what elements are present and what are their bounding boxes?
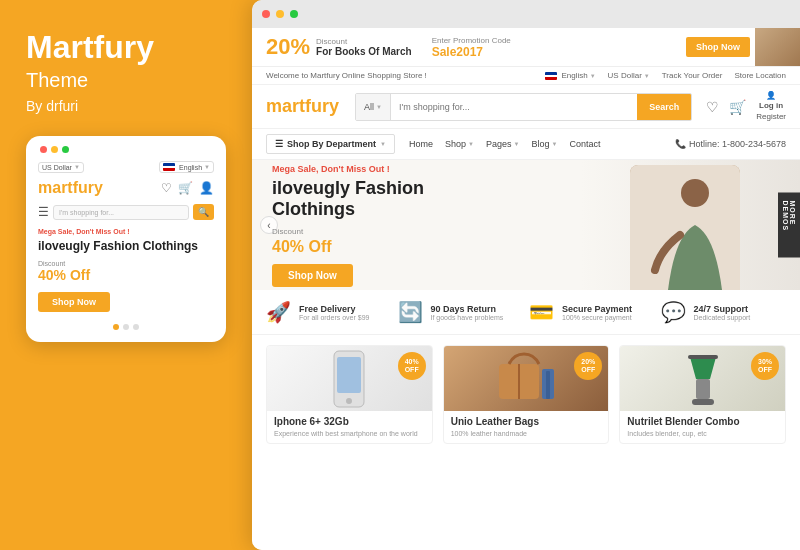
- mobile-shop-now-button[interactable]: Shop Now: [38, 292, 110, 312]
- blender-svg: [678, 349, 728, 409]
- product-card-iphone[interactable]: 40%OFF Iphone 6+ 32Gb Experience with be…: [266, 345, 433, 444]
- carousel-dot-2[interactable]: [123, 324, 129, 330]
- brand-title: Martfury: [26, 30, 225, 65]
- product-name-iphone: Iphone 6+ 32Gb: [274, 416, 425, 427]
- search-category-dropdown[interactable]: All ▼: [356, 94, 391, 120]
- mobile-cart-icon[interactable]: 🛒: [178, 181, 193, 195]
- brand-subtitle: Theme: [26, 69, 225, 92]
- product-badge-blender: 30%OFF: [751, 352, 779, 380]
- product-info-bags: Unio Leather Bags 100% leather handmade: [444, 411, 609, 443]
- hero-section: ‹ Mega Sale, Don't Miss Out ! iloveugly …: [252, 160, 800, 290]
- mobile-site-logo: martfury: [38, 179, 103, 197]
- mobile-nav-icons: ♡ 🛒 👤: [161, 181, 214, 195]
- shop-by-department-button[interactable]: ☰ Shop By Department ▼: [266, 134, 395, 154]
- promo-banner: 20% Discount For Books Of March Enter Pr…: [252, 28, 800, 67]
- nav-link-shop[interactable]: Shop ▼: [445, 139, 474, 149]
- promo-book-text: For Books Of March: [316, 46, 412, 57]
- product-desc-iphone: Experience with best smartphone on the w…: [274, 429, 425, 438]
- site-content: 20% Discount For Books Of March Enter Pr…: [252, 28, 800, 550]
- promo-shop-now-button[interactable]: Shop Now: [686, 37, 750, 57]
- product-card-blender[interactable]: 30%OFF Nutrilet Blender Combo Includes b…: [619, 345, 786, 444]
- svg-rect-11: [688, 355, 718, 359]
- support-icon: 💬: [661, 300, 686, 324]
- promo-enter-label: Enter Promotion Code: [432, 36, 511, 45]
- flag-icon: [163, 163, 175, 171]
- mobile-menu-icon[interactable]: ☰: [38, 205, 49, 219]
- feature-payment-title: Secure Payment: [562, 304, 632, 314]
- currency-dropdown-arrow: ▼: [74, 164, 80, 170]
- left-panel: Martfury Theme By drfuri US Dollar ▼ Eng…: [0, 0, 245, 550]
- login-icon: 👤: [756, 91, 786, 101]
- feature-payment-desc: 100% secure payment: [562, 314, 632, 321]
- feature-return-title: 90 Days Return: [431, 304, 504, 314]
- mobile-currency-selector[interactable]: US Dollar ▼: [38, 162, 84, 173]
- svg-rect-8: [546, 371, 550, 399]
- product-desc-bags: 100% leather handmade: [451, 429, 602, 438]
- product-info-blender: Nutrilet Blender Combo Includes blender,…: [620, 411, 785, 443]
- utility-currency-arrow: ▼: [644, 73, 650, 79]
- phone-icon: 📞: [675, 139, 686, 149]
- nav-link-home[interactable]: Home: [409, 139, 433, 149]
- carousel-dot-3[interactable]: [133, 324, 139, 330]
- hero-mega-sale-text: Mega Sale, Don't Miss Out !: [272, 164, 424, 174]
- mobile-logo-row: martfury ♡ 🛒 👤: [36, 179, 216, 197]
- mobile-user-icon[interactable]: 👤: [199, 181, 214, 195]
- browser-maximize-dot[interactable]: [290, 10, 298, 18]
- nav-link-blog[interactable]: Blog ▼: [531, 139, 557, 149]
- login-register-block[interactable]: 👤 Log in Register: [756, 91, 786, 122]
- pages-dropdown-arrow: ▼: [514, 141, 520, 147]
- hero-shop-now-button[interactable]: Shop Now: [272, 264, 353, 287]
- feature-payment: 💳 Secure Payment 100% secure payment: [529, 300, 655, 324]
- feature-delivery-title: Free Delivery: [299, 304, 369, 314]
- nav-link-contact[interactable]: Contact: [569, 139, 600, 149]
- heart-icon: ♡: [706, 99, 719, 115]
- utility-language-selector[interactable]: English ▼: [545, 71, 595, 80]
- site-logo[interactable]: martfury: [266, 96, 339, 117]
- utility-track-order-link[interactable]: Track Your Order: [662, 71, 723, 80]
- mobile-language-selector[interactable]: English ▼: [159, 161, 214, 173]
- cart-icon-button[interactable]: 🛒: [729, 99, 746, 115]
- hero-person-svg: [630, 165, 740, 290]
- more-demos-button[interactable]: MORE DEMOS: [778, 193, 800, 258]
- mobile-carousel-nav: [36, 320, 216, 332]
- product-grid: 40%OFF Iphone 6+ 32Gb Experience with be…: [252, 335, 800, 454]
- utility-currency-selector[interactable]: US Dollar ▼: [608, 71, 650, 80]
- feature-support-desc: Dedicated support: [694, 314, 751, 321]
- mobile-discount-label: Discount: [36, 260, 216, 267]
- svg-rect-12: [692, 399, 714, 405]
- shop-dropdown-arrow: ▼: [468, 141, 474, 147]
- nav-icons-group: ♡ 🛒 👤 Log in Register: [706, 91, 786, 122]
- mobile-hero-title: iloveugly Fashion Clothings: [36, 239, 216, 255]
- blog-dropdown-arrow: ▼: [551, 141, 557, 147]
- svg-marker-10: [690, 357, 716, 379]
- svg-point-1: [681, 179, 709, 207]
- hero-title: iloveugly Fashion Clothings: [272, 178, 424, 221]
- feature-return-desc: If goods have problems: [431, 314, 504, 321]
- mobile-mockup: US Dollar ▼ English ▼ martfury ♡ 🛒 👤 ☰ I…: [26, 136, 226, 342]
- promo-percent: 20%: [266, 34, 310, 60]
- product-desc-blender: Includes blender, cup, etc: [627, 429, 778, 438]
- carousel-dot-1[interactable]: [113, 324, 119, 330]
- wishlist-icon-button[interactable]: ♡: [706, 99, 719, 115]
- svg-rect-9: [696, 379, 710, 399]
- browser-chrome-bar: [252, 0, 800, 28]
- utility-store-location-link[interactable]: Store Location: [734, 71, 786, 80]
- feature-return: 🔄 90 Days Return If goods have problems: [398, 300, 524, 324]
- product-card-bags[interactable]: 20%OFF Unio Leather Bags 100% leather ha…: [443, 345, 610, 444]
- nav-link-pages[interactable]: Pages ▼: [486, 139, 519, 149]
- dept-dropdown-arrow: ▼: [380, 141, 386, 147]
- utility-bar: Welcome to Martfury Online Shopping Stor…: [252, 67, 800, 85]
- search-button[interactable]: Search: [637, 94, 691, 120]
- mobile-search-button[interactable]: 🔍: [193, 204, 214, 220]
- browser-minimize-dot[interactable]: [276, 10, 284, 18]
- promo-code: Sale2017: [432, 45, 511, 59]
- mobile-dot-green: [62, 146, 69, 153]
- mobile-search-input[interactable]: I'm shopping for...: [53, 205, 189, 220]
- hotline-number: 📞 Hotline: 1-800-234-5678: [675, 139, 786, 149]
- utility-flag-icon: [545, 72, 557, 80]
- browser-close-dot[interactable]: [262, 10, 270, 18]
- mobile-wishlist-icon[interactable]: ♡: [161, 181, 172, 195]
- search-input[interactable]: [391, 94, 637, 120]
- hero-content: Mega Sale, Don't Miss Out ! iloveugly Fa…: [272, 164, 424, 287]
- feature-delivery-desc: For all orders over $99: [299, 314, 369, 321]
